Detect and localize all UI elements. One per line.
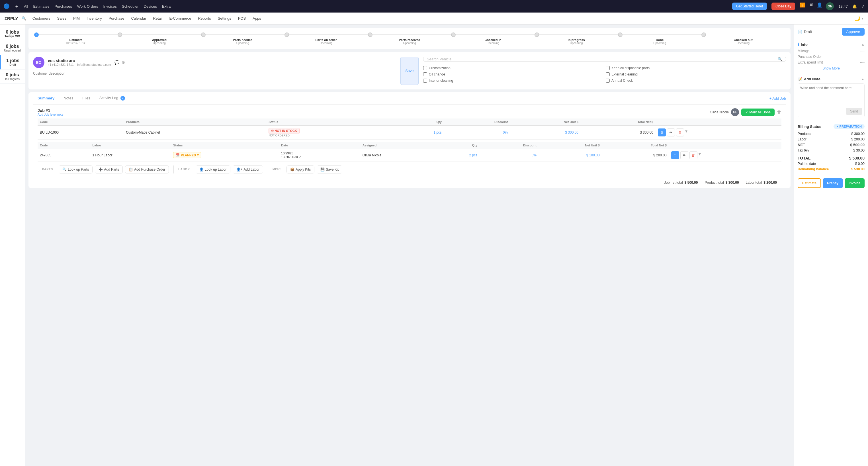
checkbox-interior-cleaning-input[interactable]	[423, 79, 427, 83]
sidebar: 0 jobs Todays WO 0 jobs Unscheduled 1 jo…	[0, 25, 25, 466]
add-job-button[interactable]: + Add Job	[770, 93, 786, 104]
nav2-retail[interactable]: Retail	[150, 15, 165, 22]
dropdown-icon[interactable]: ▾	[862, 16, 863, 21]
sidebar-item-draft[interactable]: 1 jobs Draft	[0, 55, 25, 69]
nav2-ecommerce[interactable]: E-Commerce	[166, 15, 194, 22]
nav2-customers[interactable]: Customers	[30, 15, 53, 22]
nav-all[interactable]: All	[24, 4, 28, 8]
nav2-pos[interactable]: POS	[235, 15, 249, 22]
user-badge[interactable]: ON	[826, 2, 834, 10]
look-up-parts-button[interactable]: 🔍 Look up Parts	[59, 165, 93, 174]
labor-date-line2: 13:30-14:30 ↗	[281, 155, 358, 159]
labor-qty-link[interactable]: 2 pcs	[469, 153, 477, 157]
col-total-net: Total Net $	[581, 119, 656, 126]
tab-activity-log[interactable]: Activity Log 2	[95, 92, 130, 104]
document-icon: 📄	[798, 30, 802, 34]
checkbox-annual-check[interactable]: Annual Check	[606, 79, 786, 83]
step-dot-done	[618, 32, 622, 37]
new-button[interactable]: ＋	[14, 3, 19, 10]
labor-timer-button[interactable]: ⏱	[671, 151, 679, 159]
add-note-section: 📝 Add Note ▲ Send	[798, 74, 865, 117]
add-purchase-order-button[interactable]: 📋 Add Purchase Order	[125, 165, 169, 174]
mark-all-done-button[interactable]: ✓ Mark All Done	[741, 108, 775, 116]
add-labor-button[interactable]: 👤+ Add Labor	[232, 165, 263, 174]
sidebar-item-in-progress[interactable]: 0 jobs In Progress	[0, 69, 25, 84]
settings-icon[interactable]: ⚙	[122, 60, 125, 65]
sidebar-item-todays-wo[interactable]: 0 jobs Todays WO	[0, 27, 25, 41]
labor-discount-link[interactable]: 0%	[531, 153, 536, 157]
add-parts-button[interactable]: ➕ Add Parts	[95, 165, 123, 174]
labor-row-expand-icon[interactable]: ▾	[699, 151, 701, 159]
tab-summary[interactable]: Summary	[33, 93, 59, 104]
nav2-reports[interactable]: Reports	[195, 15, 214, 22]
row-copy-button[interactable]: ⧉	[658, 128, 666, 136]
row-edit-button[interactable]: ✏	[667, 128, 675, 136]
step-dot-checked-in	[451, 32, 456, 37]
nav-work-orders[interactable]: Work Orders	[77, 4, 98, 8]
search-icon[interactable]: 🔍	[22, 16, 26, 21]
checkbox-oil-change[interactable]: Oil change	[423, 72, 603, 76]
checkbox-annual-check-input[interactable]	[606, 79, 610, 83]
close-day-button[interactable]: Close Day	[771, 3, 795, 10]
show-more-link[interactable]: Show More	[823, 66, 840, 70]
apply-kits-button[interactable]: 📦 Apply Kits	[286, 165, 314, 174]
labor-net-unit-link[interactable]: $ 100.00	[586, 153, 600, 157]
checkbox-oil-change-input[interactable]	[423, 72, 427, 76]
look-up-labor-button[interactable]: 👤 Look up Labor	[196, 165, 230, 174]
save-kit-button[interactable]: 💾 Save Kit	[317, 165, 342, 174]
tab-files[interactable]: Files	[78, 93, 95, 104]
expand-icon[interactable]: ⤢	[862, 4, 865, 8]
nav2-purchase[interactable]: Purchase	[106, 15, 127, 22]
add-job-note-link[interactable]: Add Job level note	[38, 113, 63, 116]
note-chevron-icon[interactable]: ▲	[861, 77, 865, 81]
checkbox-interior-cleaning[interactable]: Interior cleaning	[423, 79, 603, 83]
step-dot-estimate: ✓	[34, 32, 39, 37]
nav-extra[interactable]: Extra	[162, 4, 170, 8]
checkbox-customization[interactable]: Customization	[423, 66, 603, 70]
sidebar-item-unscheduled[interactable]: 0 jobs Unscheduled	[0, 41, 25, 55]
checkbox-keep-parts-input[interactable]	[606, 66, 610, 70]
message-icon[interactable]: 💬	[115, 60, 119, 65]
step-parts-on-order: Parts on order Upcoming	[284, 32, 368, 45]
nav-estimates[interactable]: Estimates	[33, 4, 49, 8]
delete-job-icon[interactable]: 🗑	[777, 110, 781, 115]
send-note-button[interactable]: Send	[846, 108, 862, 115]
nav2-calendar[interactable]: Calendar	[128, 15, 149, 22]
discount-link[interactable]: 0%	[503, 130, 508, 134]
checkbox-customization-input[interactable]	[423, 66, 427, 70]
checkbox-keep-parts[interactable]: Keep all disposable parts	[606, 66, 786, 70]
note-textarea[interactable]	[800, 86, 862, 106]
nav2-sales[interactable]: Sales	[54, 15, 69, 22]
nav2-pim[interactable]: PIM	[70, 15, 83, 22]
invoice-button[interactable]: Invoice	[845, 178, 865, 188]
vehicle-search[interactable]: Search Vehicle 🔍	[423, 57, 786, 62]
row-delete-button[interactable]: 🗑	[676, 128, 684, 136]
nav2-inventory[interactable]: Inventory	[84, 15, 104, 22]
info-chevron-icon[interactable]: ▲	[861, 42, 865, 46]
approve-button[interactable]: Approve	[842, 28, 865, 36]
tab-notes[interactable]: Notes	[59, 93, 78, 104]
bell-icon[interactable]: 🔔	[852, 4, 857, 8]
dark-mode-icon[interactable]: 🌙	[854, 15, 860, 22]
field-extra-spend: Extra spend limit ----	[798, 60, 865, 64]
description-input[interactable]	[33, 70, 396, 76]
get-started-button[interactable]: Get Started Here!	[732, 3, 767, 10]
nav-devices[interactable]: Devices	[144, 4, 157, 8]
net-unit-link[interactable]: $ 300.00	[565, 130, 578, 134]
labor-delete-button[interactable]: 🗑	[689, 151, 698, 159]
row-expand-icon[interactable]: ▾	[685, 128, 687, 136]
nav-scheduler[interactable]: Scheduler	[122, 4, 139, 8]
row-status: ⊘ NOT IN STOCK NOT ORDERED	[266, 125, 397, 139]
save-button[interactable]: Save	[400, 57, 418, 85]
nav-purchases[interactable]: Purchases	[55, 4, 72, 8]
nav-invoices[interactable]: Invoices	[103, 4, 117, 8]
checkbox-external-cleaning-input[interactable]	[606, 72, 610, 76]
labor-edit-button[interactable]: ✏	[680, 151, 688, 159]
nav2-settings[interactable]: Settings	[215, 15, 234, 22]
external-link-icon[interactable]: ↗	[299, 155, 301, 159]
prepay-button[interactable]: Prepay	[823, 178, 843, 188]
estimate-button[interactable]: Estimate	[798, 178, 821, 188]
qty-link[interactable]: 1 pcs	[433, 130, 442, 134]
checkbox-external-cleaning[interactable]: External cleaning	[606, 72, 786, 76]
nav2-apps[interactable]: Apps	[250, 15, 264, 22]
